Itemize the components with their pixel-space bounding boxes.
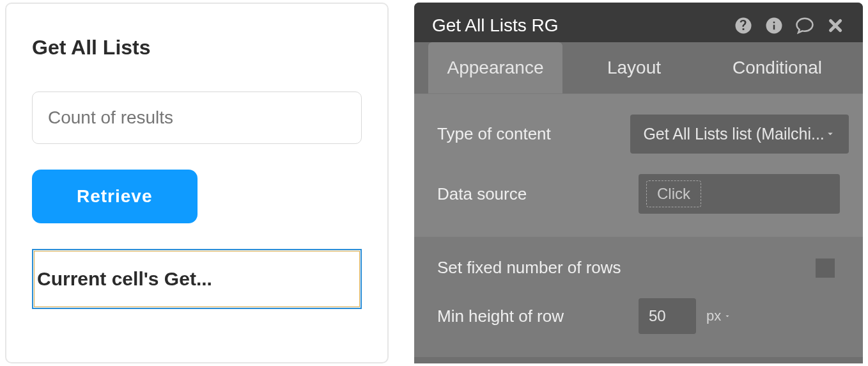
panel-header: Get All Lists RG [414,3,863,42]
panel-title: Get All Lists RG [432,15,559,36]
unit-label: px [706,308,721,324]
row-type-of-content: Type of content Get All Lists list (Mail… [437,115,840,154]
data-source-click[interactable]: Click [646,180,701,207]
data-source-field[interactable]: Click [639,174,840,214]
section-content: Type of content Get All Lists list (Mail… [414,93,863,237]
chevron-down-icon [724,312,731,320]
min-height-control: px [639,298,840,334]
count-of-results-input[interactable] [32,92,362,144]
tab-appearance[interactable]: Appearance [428,42,562,93]
dropdown-value: Get All Lists list (Mailchi... [643,125,824,143]
chevron-down-icon [825,125,836,143]
label-min-height: Min height of row [437,306,630,326]
row-data-source: Data source Click [437,174,840,214]
min-height-input[interactable] [639,298,696,334]
dropdown-type-of-content[interactable]: Get All Lists list (Mailchi... [630,115,848,154]
label-fixed-rows: Set fixed number of rows [437,258,630,278]
close-icon[interactable] [826,16,845,35]
label-data-source: Data source [437,184,630,204]
panel-tabs: Appearance Layout Conditional [414,42,863,93]
panel-header-icons [734,16,845,35]
label-type-of-content: Type of content [437,124,630,144]
property-panel: Get All Lists RG Appearance Layout Condi… [414,3,863,363]
retrieve-button[interactable]: Retrieve [32,170,198,223]
row-fixed-rows: Set fixed number of rows [437,258,840,278]
tab-conditional[interactable]: Conditional [706,42,849,93]
tab-layout[interactable]: Layout [562,42,706,93]
card-title: Get All Lists [32,36,362,60]
help-icon[interactable] [734,16,753,35]
checkbox-fixed-rows[interactable] [816,259,835,278]
info-icon[interactable] [764,16,784,35]
section-rows: Set fixed number of rows Min height of r… [414,237,863,357]
preview-card: Get All Lists Retrieve Current cell's Ge… [5,3,389,363]
repeating-group-cell[interactable]: Current cell's Get... [32,249,362,309]
comment-icon[interactable] [795,16,814,35]
row-min-height: Min height of row px [437,298,840,334]
unit-dropdown[interactable]: px [706,308,731,324]
